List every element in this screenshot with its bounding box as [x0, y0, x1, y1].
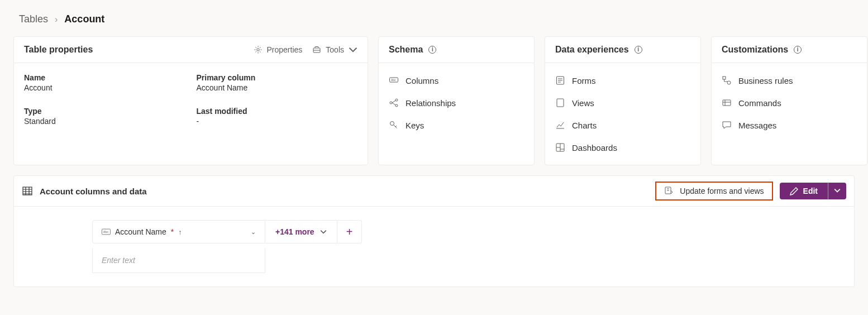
- update-label: Update forms and views: [680, 187, 764, 195]
- pencil-icon: [790, 187, 799, 195]
- data-forms-link[interactable]: Forms: [555, 75, 690, 85]
- card-title: Table properties: [24, 45, 93, 55]
- commands-icon: [722, 98, 732, 108]
- card-title: Schema: [389, 45, 423, 55]
- tools-button[interactable]: Tools: [312, 45, 357, 54]
- chevron-down-icon: [834, 187, 841, 194]
- edit-button[interactable]: Edit: [780, 183, 828, 199]
- update-icon: [664, 186, 674, 196]
- svg-rect-13: [723, 100, 731, 106]
- text-field-icon: Abc: [102, 228, 111, 235]
- data-experiences-card: Data experiences i Forms Views Charts Da…: [545, 36, 701, 165]
- prop-name-value: Account: [24, 83, 185, 92]
- charts-icon: [555, 120, 565, 130]
- panel-title-text: Account columns and data: [40, 187, 147, 196]
- business-rules-icon: [722, 75, 732, 85]
- properties-button[interactable]: Properties: [254, 45, 303, 54]
- link-label: Keys: [406, 121, 424, 130]
- more-label: +141 more: [275, 227, 314, 236]
- link-label: Commands: [738, 98, 781, 108]
- table-properties-card: Table properties Properties Tools Name A…: [13, 36, 368, 165]
- toolbox-icon: [312, 45, 321, 54]
- chevron-down-icon: [320, 228, 327, 235]
- info-icon[interactable]: i: [635, 46, 642, 54]
- prop-modified-value: -: [197, 117, 358, 126]
- edit-dropdown-button[interactable]: [828, 183, 846, 199]
- account-name-input[interactable]: [92, 248, 265, 273]
- svg-rect-11: [723, 77, 726, 79]
- data-dashboards-link[interactable]: Dashboards: [555, 142, 690, 152]
- breadcrumb-root[interactable]: Tables: [19, 13, 48, 25]
- prop-name-label: Name: [24, 73, 185, 82]
- chevron-down-icon: ⌄: [251, 228, 256, 236]
- dashboards-icon: [555, 142, 565, 152]
- prop-type-label: Type: [24, 107, 185, 116]
- chevron-right-icon: ›: [55, 15, 58, 25]
- customizations-card: Customizations i Business rules Commands…: [711, 36, 867, 165]
- svg-point-7: [390, 122, 394, 126]
- custom-commands-link[interactable]: Commands: [722, 98, 857, 108]
- svg-point-6: [395, 104, 398, 107]
- plus-icon: +: [346, 226, 353, 238]
- keys-icon: [389, 120, 399, 130]
- svg-point-4: [390, 102, 392, 104]
- link-label: Business rules: [738, 76, 793, 85]
- card-title: Data experiences: [555, 45, 629, 55]
- views-icon: [555, 98, 565, 108]
- more-columns-button[interactable]: +141 more: [265, 221, 337, 243]
- prop-modified-label: Last modified: [197, 107, 358, 116]
- svg-text:Abc: Abc: [103, 230, 109, 233]
- edit-split-button: Edit: [780, 183, 846, 199]
- add-column-button[interactable]: +: [337, 221, 362, 243]
- column-name: Account Name: [115, 227, 166, 236]
- svg-rect-9: [557, 99, 564, 107]
- prop-type-value: Standard: [24, 117, 185, 126]
- prop-primary-value: Account Name: [197, 83, 358, 92]
- link-label: Charts: [572, 121, 597, 130]
- grid-icon: [22, 185, 33, 197]
- custom-messages-link[interactable]: Messages: [722, 120, 857, 130]
- info-icon[interactable]: i: [428, 46, 436, 54]
- svg-point-12: [727, 81, 731, 84]
- columns-icon: Abc: [389, 75, 399, 85]
- svg-text:Abc: Abc: [391, 78, 396, 82]
- forms-icon: [555, 75, 565, 85]
- gear-icon: [254, 45, 263, 54]
- required-indicator: *: [171, 227, 174, 236]
- update-forms-views-button[interactable]: Update forms and views: [655, 182, 772, 201]
- relationships-icon: [389, 98, 399, 108]
- link-label: Forms: [572, 76, 596, 85]
- schema-relationships-link[interactable]: Relationships: [389, 98, 524, 108]
- card-title: Customizations: [722, 45, 788, 55]
- schema-card: Schema i Abc Columns Relationships Keys: [378, 36, 535, 165]
- sort-up-icon: ↑: [178, 228, 182, 236]
- breadcrumb: Tables › Account: [19, 13, 851, 25]
- link-label: Columns: [406, 76, 438, 85]
- tools-label: Tools: [326, 45, 344, 54]
- link-label: Messages: [738, 121, 776, 130]
- svg-point-0: [256, 49, 259, 51]
- link-label: Views: [572, 98, 594, 108]
- messages-icon: [722, 120, 732, 130]
- custom-rules-link[interactable]: Business rules: [722, 75, 857, 85]
- data-views-link[interactable]: Views: [555, 98, 690, 108]
- link-label: Dashboards: [572, 143, 617, 152]
- schema-columns-link[interactable]: Abc Columns: [389, 75, 524, 85]
- edit-label: Edit: [803, 187, 818, 195]
- properties-label: Properties: [267, 45, 303, 54]
- link-label: Relationships: [406, 98, 456, 108]
- svg-point-5: [395, 99, 398, 101]
- info-icon[interactable]: i: [794, 46, 802, 54]
- columns-data-panel: Account columns and data Update forms an…: [13, 175, 855, 287]
- prop-primary-label: Primary column: [197, 73, 358, 82]
- column-header-account-name[interactable]: Abc Account Name * ↑ ⌄: [92, 220, 265, 244]
- breadcrumb-current: Account: [64, 13, 104, 25]
- schema-keys-link[interactable]: Keys: [389, 120, 524, 130]
- chevron-down-icon: [349, 45, 357, 54]
- data-charts-link[interactable]: Charts: [555, 120, 690, 130]
